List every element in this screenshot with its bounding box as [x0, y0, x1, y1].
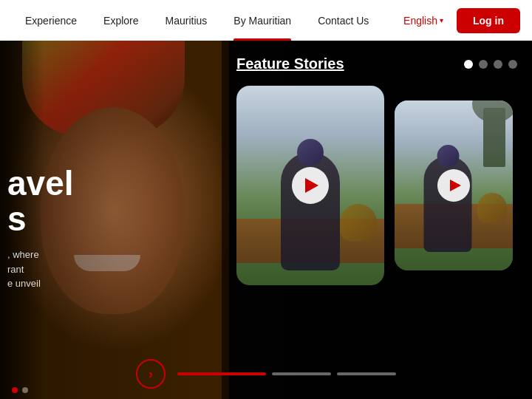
feature-stories-panel: Feature Stories	[222, 41, 532, 399]
play-button-side[interactable]	[437, 169, 470, 202]
dot-1[interactable]	[464, 60, 473, 69]
feature-header: Feature Stories	[236, 55, 517, 72]
nav-contact-us[interactable]: Contact Us	[304, 0, 382, 41]
figure-head-1	[297, 139, 324, 166]
bottom-dot-1[interactable]	[12, 387, 18, 393]
feature-title: Feature Stories	[236, 55, 344, 72]
nav-experience[interactable]: Experience	[12, 0, 90, 41]
play-icon-side	[450, 180, 461, 191]
basket-1	[340, 204, 377, 241]
video-card-main[interactable]	[236, 86, 384, 285]
tree-icon	[483, 108, 505, 167]
progress-segment-3	[337, 372, 396, 375]
nav-explore[interactable]: Explore	[90, 0, 151, 41]
navbar: Experience Explore Mauritius By Mauritia…	[0, 0, 532, 41]
video-cards-container	[236, 86, 517, 285]
video-card-side[interactable]	[395, 100, 513, 270]
dot-2[interactable]	[479, 60, 488, 69]
hero-text-block: avel s , where rant e unveil	[0, 166, 177, 291]
progress-segment-2	[272, 372, 331, 375]
bottom-dot-2[interactable]	[22, 387, 28, 393]
next-arrow-button[interactable]: ›	[136, 359, 166, 389]
play-icon	[305, 178, 318, 193]
basket-2	[477, 193, 507, 222]
chevron-down-icon: ▾	[440, 16, 443, 24]
dot-4[interactable]	[508, 60, 517, 69]
login-button[interactable]: Log in	[457, 8, 520, 33]
bottom-slide-dots	[12, 387, 28, 393]
nav-mauritius[interactable]: Mauritius	[152, 0, 221, 41]
hero-line2: s	[7, 202, 177, 236]
bottom-navigation: ›	[0, 359, 532, 389]
hero-line3: , where rant e unveil	[7, 248, 177, 291]
progress-segment-1	[177, 372, 266, 375]
nav-by-mauritian[interactable]: By Mauritian	[220, 0, 304, 41]
feature-dots	[464, 60, 517, 69]
hero-line1: avel	[7, 166, 177, 200]
nav-language[interactable]: English ▾	[390, 0, 457, 41]
progress-bar	[177, 372, 396, 375]
dot-3[interactable]	[494, 60, 502, 69]
figure-head-2	[437, 145, 459, 167]
hero-section: avel s , where rant e unveil Feature Sto…	[0, 41, 532, 399]
play-button-main[interactable]	[292, 167, 329, 204]
